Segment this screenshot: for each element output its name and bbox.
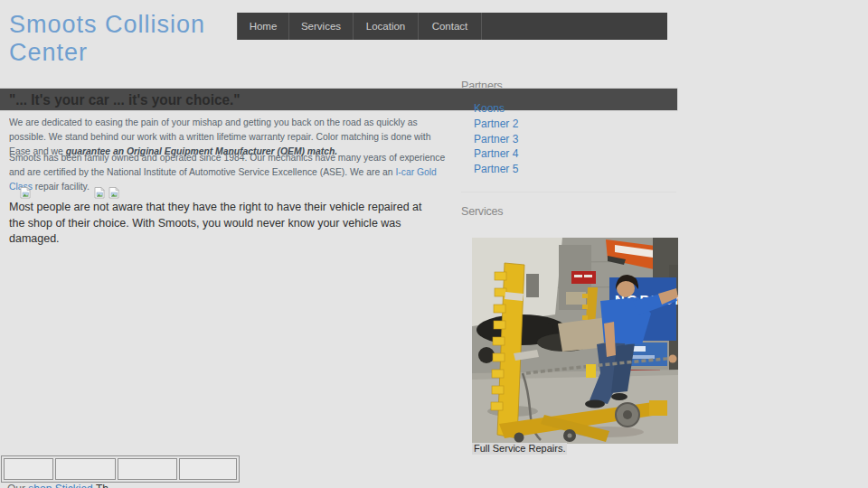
table-cell <box>118 458 177 480</box>
nav-item-contact[interactable]: Contact <box>419 13 482 40</box>
main-nav: Home Services Location Contact <box>237 13 667 40</box>
sidebar-divider <box>461 192 676 192</box>
footer-note-link-2[interactable]: Stickied <box>55 483 93 488</box>
footer-note-text-end: Th <box>96 483 108 488</box>
nav-item-services[interactable]: Services <box>289 13 354 40</box>
partner-link-3[interactable]: Partner 3 <box>474 132 518 147</box>
page: Smoots Collision Center Home Services Lo… <box>0 0 868 488</box>
photo-caption: Full Service Repairs. <box>472 443 567 455</box>
history-text-end: repair facility. <box>33 181 90 192</box>
history-paragraph: Smoots has been family owned and operate… <box>9 150 448 193</box>
partner-link-koons[interactable]: Koons <box>474 101 518 117</box>
footer-note-link-1[interactable]: shop <box>28 483 52 488</box>
table-cell <box>4 458 53 480</box>
table-cell <box>55 458 116 480</box>
nav-item-home[interactable]: Home <box>237 13 289 40</box>
partner-link-4[interactable]: Partner 4 <box>474 146 518 162</box>
partner-links: Koons Partner 2 Partner 3 Partner 4 Part… <box>474 101 518 177</box>
quote-text: "... It's your car ... it's your choice.… <box>9 91 241 108</box>
footer-table <box>1 455 240 483</box>
partner-link-2[interactable]: Partner 2 <box>474 117 518 132</box>
table-cell <box>179 458 237 480</box>
footer-note-text: Our <box>7 483 25 488</box>
footer-note: Our shop Stickied Th <box>7 483 108 488</box>
rights-paragraph: Most people are not aware that they have… <box>9 200 434 248</box>
partner-link-5[interactable]: Partner 5 <box>474 162 518 177</box>
broken-image-icon <box>94 187 105 199</box>
shop-photo: NORTON <box>472 238 678 444</box>
broken-image-icon <box>108 187 119 199</box>
quote-banner: "... It's your car ... it's your choice.… <box>0 88 678 111</box>
broken-image-icon <box>20 187 31 199</box>
site-title-line2: Center <box>9 39 389 67</box>
services-heading: Services <box>461 205 503 218</box>
nav-item-location[interactable]: Location <box>354 13 419 40</box>
history-text: Smoots has been family owned and operate… <box>9 152 445 177</box>
